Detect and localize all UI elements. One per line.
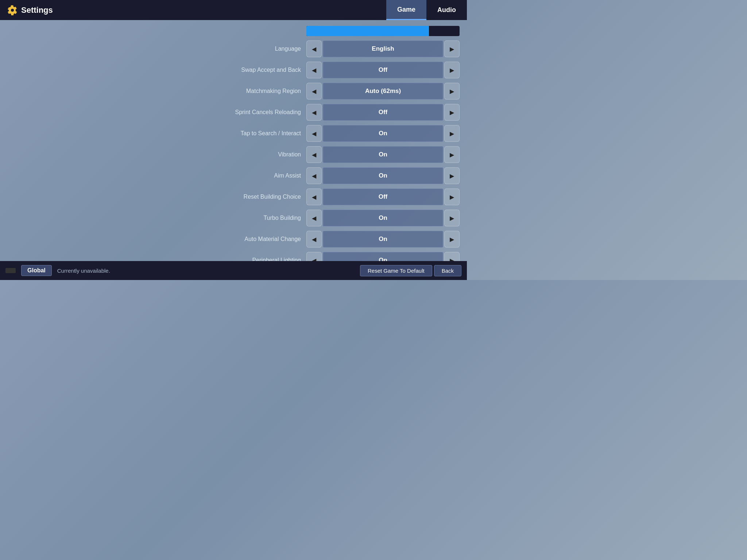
label-auto-material-change: Auto Material Change xyxy=(190,236,306,242)
setting-row-tap-to-search: Tap to Search / Interact On xyxy=(0,123,467,144)
left-arrow-icon xyxy=(312,172,316,179)
footer-icon xyxy=(5,268,16,273)
slider-track[interactable] xyxy=(306,26,460,36)
next-swap-accept-back[interactable] xyxy=(444,62,460,78)
label-swap-accept-back: Swap Accept and Back xyxy=(190,67,306,73)
setting-row-swap-accept-back: Swap Accept and Back Off xyxy=(0,59,467,81)
value-auto-material-change: On xyxy=(323,231,443,248)
left-arrow-icon xyxy=(312,67,316,74)
footer-actions: Reset Game To Default Back xyxy=(360,265,461,276)
control-swap-accept-back: Off xyxy=(306,62,460,78)
next-aim-assist[interactable] xyxy=(444,167,460,184)
value-matchmaking-region: Auto (62ms) xyxy=(323,83,443,100)
left-arrow-icon xyxy=(312,46,316,52)
app-title: Settings xyxy=(7,5,53,15)
setting-row-reset-building-choice: Reset Building Choice Off xyxy=(0,186,467,207)
prev-language[interactable] xyxy=(306,40,322,57)
label-peripheral-lighting: Peripheral Lighting xyxy=(190,257,306,261)
next-auto-material-change[interactable] xyxy=(444,231,460,248)
right-arrow-icon xyxy=(450,172,454,179)
tab-game[interactable]: Game xyxy=(386,0,426,20)
global-button[interactable]: Global xyxy=(21,265,52,276)
control-matchmaking-region: Auto (62ms) xyxy=(306,83,460,100)
left-arrow-icon xyxy=(312,109,316,116)
right-arrow-icon xyxy=(450,215,454,222)
gear-icon xyxy=(7,5,18,15)
setting-row-peripheral-lighting: Peripheral Lighting On xyxy=(0,250,467,261)
control-language: English xyxy=(306,40,460,57)
value-reset-building-choice: Off xyxy=(323,188,443,205)
value-turbo-building: On xyxy=(323,210,443,226)
prev-auto-material-change[interactable] xyxy=(306,231,322,248)
right-arrow-icon xyxy=(450,236,454,243)
right-arrow-icon xyxy=(450,194,454,201)
label-turbo-building: Turbo Building xyxy=(190,215,306,221)
setting-row-sprint-cancels-reloading: Sprint Cancels Reloading Off xyxy=(0,102,467,123)
left-arrow-icon xyxy=(312,215,316,222)
control-aim-assist: On xyxy=(306,167,460,184)
next-vibration[interactable] xyxy=(444,146,460,163)
prev-reset-building-choice[interactable] xyxy=(306,188,322,205)
right-arrow-icon xyxy=(450,46,454,52)
left-arrow-icon xyxy=(312,88,316,95)
left-arrow-icon xyxy=(312,236,316,243)
control-tap-to-search: On xyxy=(306,125,460,142)
left-arrow-icon xyxy=(312,257,316,261)
value-peripheral-lighting: On xyxy=(323,252,443,261)
next-reset-building-choice[interactable] xyxy=(444,188,460,205)
label-tap-to-search: Tap to Search / Interact xyxy=(190,130,306,137)
slider-control xyxy=(306,26,460,36)
setting-row-matchmaking-region: Matchmaking Region Auto (62ms) xyxy=(0,81,467,102)
value-vibration: On xyxy=(323,146,443,163)
setting-row-language: Language English xyxy=(0,38,467,59)
tab-audio[interactable]: Audio xyxy=(426,0,467,20)
header-tabs: Game Audio xyxy=(386,0,467,20)
footer-status: Currently unavailable. xyxy=(57,268,355,274)
value-swap-accept-back: Off xyxy=(323,62,443,78)
reset-game-button[interactable]: Reset Game To Default xyxy=(360,265,432,276)
prev-turbo-building[interactable] xyxy=(306,210,322,226)
setting-row-vibration: Vibration On xyxy=(0,144,467,165)
prev-matchmaking-region[interactable] xyxy=(306,83,322,100)
prev-peripheral-lighting[interactable] xyxy=(306,252,322,261)
next-peripheral-lighting[interactable] xyxy=(444,252,460,261)
value-sprint-cancels-reloading: Off xyxy=(323,104,443,121)
control-reset-building-choice: Off xyxy=(306,188,460,205)
next-tap-to-search[interactable] xyxy=(444,125,460,142)
next-matchmaking-region[interactable] xyxy=(444,83,460,100)
left-arrow-icon xyxy=(312,194,316,201)
right-arrow-icon xyxy=(450,151,454,158)
header: Settings Game Audio xyxy=(0,0,467,20)
setting-row-aim-assist: Aim Assist On xyxy=(0,165,467,186)
prev-swap-accept-back[interactable] xyxy=(306,62,322,78)
slider-fill xyxy=(306,26,429,36)
prev-vibration[interactable] xyxy=(306,146,322,163)
slider-row xyxy=(0,24,467,38)
value-aim-assist: On xyxy=(323,167,443,184)
settings-content: Language English Swap Accept and Back Of… xyxy=(0,20,467,261)
label-matchmaking-region: Matchmaking Region xyxy=(190,88,306,94)
control-auto-material-change: On xyxy=(306,231,460,248)
control-vibration: On xyxy=(306,146,460,163)
label-vibration: Vibration xyxy=(190,151,306,158)
back-button[interactable]: Back xyxy=(434,265,461,276)
prev-sprint-cancels-reloading[interactable] xyxy=(306,104,322,121)
control-peripheral-lighting: On xyxy=(306,252,460,261)
right-arrow-icon xyxy=(450,257,454,261)
next-turbo-building[interactable] xyxy=(444,210,460,226)
prev-tap-to-search[interactable] xyxy=(306,125,322,142)
label-reset-building-choice: Reset Building Choice xyxy=(190,194,306,200)
control-turbo-building: On xyxy=(306,210,460,226)
right-arrow-icon xyxy=(450,130,454,137)
next-language[interactable] xyxy=(444,40,460,57)
prev-aim-assist[interactable] xyxy=(306,167,322,184)
label-sprint-cancels-reloading: Sprint Cancels Reloading xyxy=(190,109,306,116)
next-sprint-cancels-reloading[interactable] xyxy=(444,104,460,121)
right-arrow-icon xyxy=(450,109,454,116)
left-arrow-icon xyxy=(312,130,316,137)
footer: Global Currently unavailable. Reset Game… xyxy=(0,261,467,280)
app-title-text: Settings xyxy=(21,5,53,15)
setting-row-turbo-building: Turbo Building On xyxy=(0,207,467,229)
label-aim-assist: Aim Assist xyxy=(190,172,306,179)
right-arrow-icon xyxy=(450,88,454,95)
